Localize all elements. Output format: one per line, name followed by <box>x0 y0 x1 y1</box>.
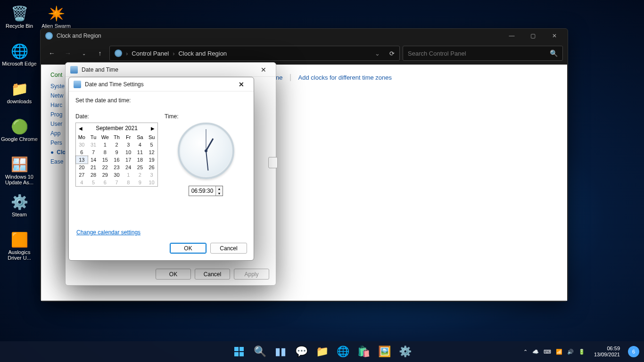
cal-day[interactable]: 13 <box>76 156 88 164</box>
cal-day[interactable]: 1 <box>99 141 111 148</box>
close-button[interactable]: ✕ <box>544 29 565 42</box>
link-add-clocks[interactable]: Add clocks for different time zones <box>298 74 392 81</box>
onedrive-icon[interactable]: ☁️ <box>532 349 539 355</box>
dt-close-button[interactable]: ✕ <box>254 64 273 76</box>
cal-day[interactable]: 31 <box>88 141 99 148</box>
cal-day[interactable]: 2 <box>134 171 146 179</box>
cal-day[interactable]: 6 <box>99 179 111 186</box>
cal-day[interactable]: 3 <box>146 171 157 179</box>
tray-chevron-icon[interactable]: ⌃ <box>523 349 528 355</box>
back-button[interactable]: ← <box>45 47 58 60</box>
forward-button[interactable]: → <box>61 47 74 60</box>
dts-cancel-button[interactable]: Cancel <box>210 243 247 254</box>
cal-day[interactable]: 7 <box>111 179 123 186</box>
cal-day[interactable]: 1 <box>123 171 134 179</box>
minimize-button[interactable]: — <box>501 29 522 42</box>
cal-day[interactable]: 24 <box>123 164 134 171</box>
cal-day[interactable]: 25 <box>134 164 146 171</box>
desktop-icon-auslogics-driver-u-[interactable]: 🟧Auslogics Driver U... <box>1 229 38 262</box>
desktop-icon-downloads[interactable]: 📁downloads <box>1 78 38 111</box>
cal-day[interactable]: 10 <box>146 179 157 186</box>
dts-titlebar[interactable]: Date and Time Settings ✕ <box>69 77 254 91</box>
address-dropdown-icon[interactable]: ⌄ <box>375 50 380 57</box>
store-button[interactable]: 🛍️ <box>354 342 373 361</box>
desktop-icon-windows-10-update-as-[interactable]: 🪟Windows 10 Update As... <box>1 153 38 186</box>
cal-day[interactable]: 8 <box>123 179 134 186</box>
dts-close-button[interactable]: ✕ <box>232 78 251 90</box>
desktop-icon-microsoft-edge[interactable]: 🌐Microsoft Edge <box>1 40 38 73</box>
cal-day[interactable]: 26 <box>146 164 157 171</box>
cal-day[interactable]: 21 <box>88 164 99 171</box>
cal-day[interactable]: 5 <box>88 179 99 186</box>
cal-day[interactable]: 4 <box>134 141 146 148</box>
edge-button[interactable]: 🌐 <box>333 342 352 361</box>
cal-day[interactable]: 9 <box>111 148 123 156</box>
recent-dropdown[interactable]: ⌄ <box>77 47 91 60</box>
cal-day[interactable]: 18 <box>134 156 146 164</box>
cal-day[interactable]: 3 <box>123 141 134 148</box>
link-partial[interactable]: ne <box>276 74 282 81</box>
cal-prev-month[interactable]: ◀ <box>79 126 83 131</box>
dt-ok-button[interactable]: OK <box>156 269 191 280</box>
maximize-button[interactable]: ▢ <box>522 29 544 42</box>
app2-button[interactable]: ⚙️ <box>396 342 414 361</box>
battery-icon[interactable]: 🔋 <box>578 349 585 355</box>
cal-day[interactable]: 14 <box>88 156 99 164</box>
cal-day[interactable]: 9 <box>134 179 146 186</box>
cal-day[interactable]: 30 <box>111 171 123 179</box>
dt-titlebar[interactable]: Date and Time ✕ <box>66 63 276 77</box>
cal-day[interactable]: 23 <box>111 164 123 171</box>
cal-day[interactable]: 28 <box>88 171 99 179</box>
cal-day[interactable]: 11 <box>134 148 146 156</box>
chevron-right-icon[interactable]: › <box>126 50 128 57</box>
system-tray[interactable]: ⌃ ☁️ ⌨ 📶 🔊 🔋 <box>520 349 589 355</box>
cal-month-year[interactable]: September 2021 <box>96 125 138 132</box>
address-bar[interactable]: › Control Panel › Clock and Region ⌄ ⟳ <box>109 46 400 61</box>
app1-button[interactable]: 🖼️ <box>375 342 394 361</box>
time-spin-up[interactable]: ▲ <box>216 186 223 191</box>
cal-day[interactable]: 7 <box>88 148 99 156</box>
desktop-icon-steam[interactable]: ⚙️Steam <box>1 191 38 224</box>
taskbar-clock[interactable]: 06:59 13/09/2021 <box>590 346 624 358</box>
change-calendar-settings-link[interactable]: Change calendar settings <box>76 229 140 236</box>
cal-day[interactable]: 15 <box>99 156 111 164</box>
taskview-button[interactable]: ▮▮ <box>271 342 290 361</box>
volume-icon[interactable]: 🔊 <box>567 349 574 355</box>
cp-titlebar[interactable]: Clock and Region — ▢ ✕ <box>41 29 568 43</box>
keyboard-icon[interactable]: ⌨ <box>544 349 551 355</box>
time-spin-down[interactable]: ▼ <box>216 191 223 196</box>
cal-day[interactable]: 17 <box>123 156 134 164</box>
dt-apply-button[interactable]: Apply <box>234 269 269 280</box>
start-button[interactable] <box>230 342 248 361</box>
dts-ok-button[interactable]: OK <box>170 243 206 254</box>
cal-day[interactable]: 5 <box>146 141 157 148</box>
cal-day[interactable]: 19 <box>146 156 157 164</box>
time-input[interactable] <box>189 187 215 195</box>
cal-day[interactable]: 4 <box>76 179 88 186</box>
explorer-button[interactable]: 📁 <box>313 342 331 361</box>
cal-day[interactable]: 20 <box>76 164 88 171</box>
cal-day[interactable]: 8 <box>99 148 111 156</box>
search-icon[interactable]: 🔍 <box>550 49 558 57</box>
desktop-icon-recycle-bin[interactable]: 🗑️Recycle Bin <box>1 2 38 35</box>
cal-day[interactable]: 29 <box>99 171 111 179</box>
cal-day[interactable]: 16 <box>111 156 123 164</box>
partial-button[interactable] <box>268 157 278 168</box>
notification-badge[interactable]: 6 <box>628 346 639 357</box>
chevron-right-icon[interactable]: › <box>173 50 174 57</box>
search-button[interactable]: 🔍 <box>250 342 269 361</box>
crumb-control-panel[interactable]: Control Panel <box>132 50 169 57</box>
cal-day[interactable]: 2 <box>111 141 123 148</box>
desktop-icon-google-chrome[interactable]: 🟢Google Chrome <box>1 115 38 148</box>
cal-day[interactable]: 12 <box>146 148 157 156</box>
dt-cancel-button[interactable]: Cancel <box>195 269 230 280</box>
wifi-icon[interactable]: 📶 <box>556 349 562 355</box>
cal-day[interactable]: 22 <box>99 164 111 171</box>
up-button[interactable]: ↑ <box>93 47 107 60</box>
cal-day[interactable]: 27 <box>76 171 88 179</box>
cal-day[interactable]: 30 <box>76 141 88 148</box>
search-input[interactable] <box>408 50 550 57</box>
refresh-icon[interactable]: ⟳ <box>389 50 395 57</box>
cal-day[interactable]: 10 <box>123 148 134 156</box>
widgets-button[interactable]: 💬 <box>292 342 311 361</box>
